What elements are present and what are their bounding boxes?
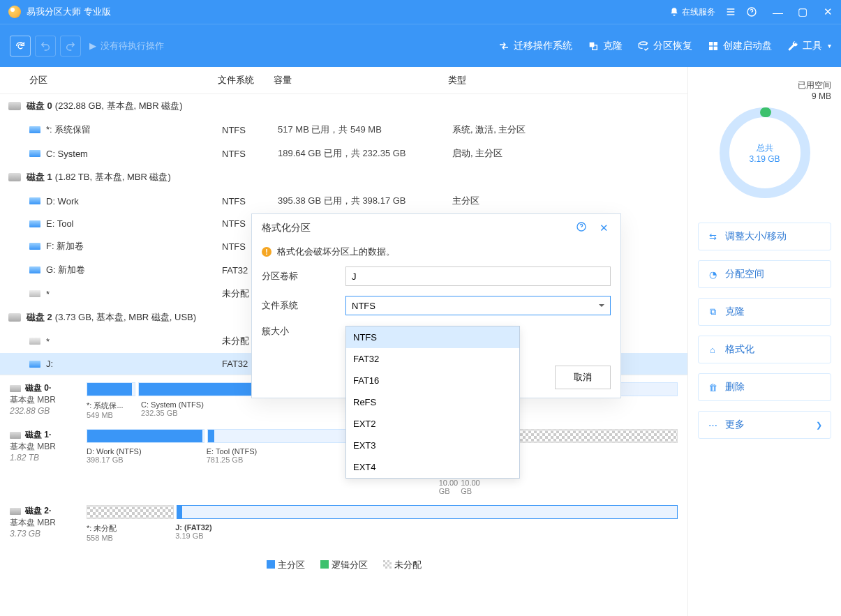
migrate-os-button[interactable]: 迁移操作系统 bbox=[498, 40, 572, 52]
cluster-size-label: 簇大小 bbox=[262, 325, 345, 338]
partition-icon bbox=[29, 126, 40, 133]
svg-rect-5 bbox=[714, 42, 717, 45]
dialog-cancel-button[interactable]: 取消 bbox=[555, 366, 611, 389]
main-toolbar: ▶ 没有待执行操作 迁移操作系统 克隆 分区恢复 创建启动盘 工具▾ bbox=[0, 24, 841, 67]
trash-icon: 🗑 bbox=[707, 382, 718, 393]
legend: 主分区 逻辑分区 未分配 bbox=[10, 552, 678, 578]
disk-icon bbox=[8, 313, 21, 322]
fs-option[interactable]: EXT3 bbox=[346, 435, 519, 456]
segment[interactable] bbox=[87, 429, 204, 443]
play-icon: ▶ bbox=[89, 40, 96, 51]
refresh-button[interactable] bbox=[10, 36, 31, 57]
bootable-media-button[interactable]: 创建启动盘 bbox=[708, 40, 772, 52]
disk-bar: 磁盘 1· 基本盘 MBR 1.82 TB D: Work (NTFS)398.… bbox=[10, 429, 678, 495]
format-icon: ⌂ bbox=[707, 344, 718, 355]
disk-row[interactable]: 磁盘 0 (232.88 GB, 基本盘, MBR 磁盘) bbox=[0, 94, 687, 118]
partition-icon bbox=[29, 220, 40, 227]
partition-table-header: 分区 文件系统 容量 类型 bbox=[0, 67, 687, 94]
clone-partition-button[interactable]: ⧉克隆 bbox=[698, 298, 831, 326]
fs-option[interactable]: FAT32 bbox=[346, 348, 519, 370]
usage-donut: 总共 3.19 GB bbox=[716, 104, 814, 202]
disk-map: 磁盘 0· 基本盘 MBR 232.88 GB *: 系统保...549 MB … bbox=[0, 375, 687, 578]
col-capacity: 容量 bbox=[274, 74, 448, 87]
online-service-button[interactable]: 在线服务 bbox=[669, 6, 715, 18]
dialog-title: 格式化分区 bbox=[262, 222, 311, 234]
warning-icon: ! bbox=[262, 247, 271, 257]
clone-button[interactable]: 克隆 bbox=[588, 40, 623, 52]
minimize-button[interactable]: — bbox=[773, 6, 782, 18]
dialog-close-icon[interactable]: ✕ bbox=[597, 222, 611, 234]
filesystem-label: 文件系统 bbox=[262, 299, 345, 312]
app-logo-icon bbox=[8, 6, 21, 18]
partition-icon bbox=[29, 197, 40, 204]
fs-option[interactable]: NTFS bbox=[346, 326, 519, 348]
used-space-label: 已用空间9 MB bbox=[698, 80, 831, 101]
delete-partition-button[interactable]: 🗑删除 bbox=[698, 373, 831, 401]
more-operations-button[interactable]: ⋯更多 ❯ bbox=[698, 411, 831, 439]
pending-ops-label: ▶ 没有待执行操作 bbox=[85, 40, 174, 52]
legend-swatch-primary bbox=[267, 560, 275, 569]
dialog-warning: ! 格式化会破坏分区上的数据。 bbox=[252, 241, 620, 266]
fs-option[interactable]: EXT2 bbox=[346, 413, 519, 435]
partition-icon bbox=[29, 243, 40, 250]
undo-button[interactable] bbox=[35, 36, 56, 57]
chevron-down-icon bbox=[599, 304, 604, 310]
close-button[interactable]: ✕ bbox=[823, 6, 833, 18]
disk-icon bbox=[8, 173, 21, 181]
app-title: 易我分区大师 专业版 bbox=[27, 6, 111, 18]
resize-icon: ⇆ bbox=[707, 231, 718, 242]
partition-icon bbox=[29, 290, 40, 297]
partition-row[interactable]: D: WorkNTFS395.38 GB 已用，共 398.17 GB主分区 bbox=[0, 189, 687, 213]
disk-icon bbox=[8, 102, 21, 110]
redo-button[interactable] bbox=[60, 36, 81, 57]
chevron-right-icon: ❯ bbox=[816, 421, 822, 430]
partition-icon bbox=[29, 338, 40, 345]
filesystem-select[interactable]: NTFS bbox=[345, 296, 611, 315]
svg-rect-7 bbox=[714, 46, 717, 50]
svg-rect-4 bbox=[709, 42, 713, 45]
chevron-down-icon: ▾ bbox=[828, 42, 831, 50]
fs-option[interactable]: EXT4 bbox=[346, 456, 519, 478]
col-filesystem: 文件系统 bbox=[218, 74, 274, 87]
tools-dropdown[interactable]: 工具▾ bbox=[787, 40, 831, 52]
segment-unallocated[interactable] bbox=[87, 505, 174, 519]
disk-icon bbox=[10, 385, 21, 392]
copy-icon: ⧉ bbox=[707, 306, 718, 317]
fs-option[interactable]: FAT16 bbox=[346, 370, 519, 391]
title-bar: 易我分区大师 专业版 在线服务 — ▢ ✕ bbox=[0, 0, 841, 24]
resize-move-button[interactable]: ⇆调整大小/移动 bbox=[698, 223, 831, 250]
filesystem-dropdown[interactable]: NTFS FAT32 FAT16 ReFS EXT2 EXT3 EXT4 bbox=[345, 326, 520, 479]
side-panel: 已用空间9 MB 总共 3.19 GB ⇆调整大小/移动 ◔分配空间 ⧉克隆 ⌂… bbox=[687, 67, 841, 616]
col-type: 类型 bbox=[448, 74, 588, 87]
partition-row[interactable]: C: System NTFS 189.64 GB 已用，共 232.35 GB … bbox=[0, 142, 687, 165]
maximize-button[interactable]: ▢ bbox=[798, 6, 807, 18]
help-icon[interactable] bbox=[746, 6, 757, 17]
dialog-help-icon[interactable] bbox=[574, 221, 588, 234]
svg-rect-6 bbox=[709, 46, 713, 50]
partition-recovery-button[interactable]: 分区恢复 bbox=[638, 40, 692, 52]
disk-icon bbox=[10, 508, 21, 515]
disk-bar: 磁盘 2· 基本盘 MBR 3.73 GB *: 未分配558 MB J: (F… bbox=[10, 505, 678, 542]
volume-label-label: 分区卷标 bbox=[262, 270, 345, 283]
partition-icon bbox=[29, 361, 40, 368]
segment[interactable] bbox=[87, 382, 135, 396]
legend-swatch-logical bbox=[320, 560, 329, 569]
disk-icon bbox=[10, 432, 21, 439]
partition-icon bbox=[29, 150, 40, 157]
segment-selected[interactable] bbox=[177, 505, 678, 519]
format-partition-button[interactable]: ⌂格式化 bbox=[698, 336, 831, 363]
more-icon: ⋯ bbox=[707, 419, 718, 430]
disk-row[interactable]: 磁盘 1 (1.82 TB, 基本盘, MBR 磁盘) bbox=[0, 165, 687, 189]
legend-swatch-unallocated bbox=[383, 560, 392, 569]
menu-icon[interactable] bbox=[725, 6, 736, 17]
pie-icon: ◔ bbox=[707, 269, 718, 280]
allocate-space-button[interactable]: ◔分配空间 bbox=[698, 260, 831, 288]
partition-row[interactable]: *: 系统保留 NTFS 517 MB 已用，共 549 MB 系统, 激活, … bbox=[0, 118, 687, 142]
fs-option[interactable]: ReFS bbox=[346, 391, 519, 413]
col-partition: 分区 bbox=[8, 74, 218, 87]
volume-label-input[interactable] bbox=[345, 266, 611, 286]
bell-icon bbox=[669, 7, 679, 17]
partition-icon bbox=[29, 266, 40, 273]
